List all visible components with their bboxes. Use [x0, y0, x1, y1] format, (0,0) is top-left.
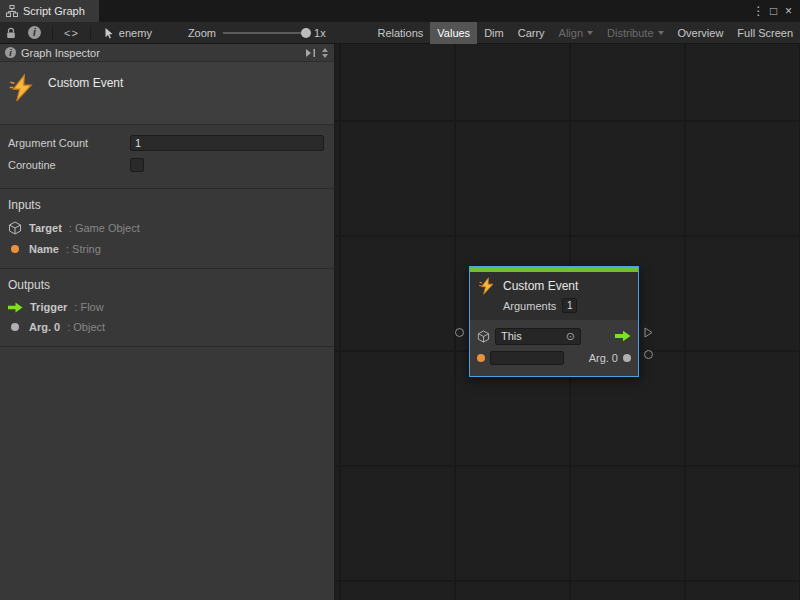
port-type: : Object	[67, 321, 105, 333]
dim-button[interactable]: Dim	[477, 22, 511, 44]
chevron-up-icon	[322, 48, 328, 52]
info-icon: i	[28, 26, 41, 39]
event-settings: Argument Count Coroutine	[0, 125, 334, 179]
port-name: Name	[29, 243, 59, 255]
toolbar-buttons: Relations Values Dim Carry Align Distrib…	[370, 22, 800, 44]
argument-count-row: Argument Count	[0, 133, 334, 153]
panel-scroll-spinner[interactable]	[322, 48, 329, 58]
code-view-button[interactable]: <>	[58, 22, 85, 44]
toolbar-separator	[52, 26, 53, 40]
graph-inspector-header: i Graph Inspector	[0, 44, 334, 61]
graph-canvas[interactable]: Custom Event Arguments 1 This ⊙	[335, 44, 800, 600]
outputs-title: Outputs	[0, 269, 334, 297]
custom-event-icon	[8, 74, 36, 102]
overview-button[interactable]: Overview	[671, 22, 731, 44]
argument-count-label: Argument Count	[8, 137, 130, 149]
target-input-port[interactable]	[455, 328, 464, 337]
graph-inspector-panel: i Graph Inspector Custom Event Argument …	[0, 44, 335, 600]
port-type: : Flow	[74, 301, 103, 313]
arg0-output-port[interactable]	[644, 350, 653, 359]
tab-label: Script Graph	[23, 5, 85, 17]
port-row-name: Name : String	[0, 239, 334, 259]
align-dropdown[interactable]: Align	[552, 22, 600, 44]
toolbar-separator	[90, 26, 91, 40]
close-icon[interactable]: ×	[781, 0, 796, 22]
custom-event-node[interactable]: Custom Event Arguments 1 This ⊙	[469, 266, 639, 377]
port-name: Arg. 0	[29, 321, 60, 333]
flow-arrow-icon	[8, 302, 23, 313]
node-title-row: Custom Event	[478, 277, 630, 295]
string-port-icon	[477, 354, 485, 362]
zoom-slider-knob[interactable]	[301, 28, 311, 38]
custom-event-icon	[478, 277, 496, 295]
event-name-input[interactable]	[490, 351, 564, 365]
full-screen-button[interactable]: Full Screen	[730, 22, 800, 44]
graph-inspector-title: Graph Inspector	[21, 47, 100, 59]
coroutine-row: Coroutine	[0, 155, 334, 175]
object-port-icon	[623, 354, 631, 362]
triangle-port-icon	[644, 327, 653, 338]
target-value: This	[501, 330, 522, 342]
object-picker-icon[interactable]: ⊙	[566, 331, 575, 342]
inspector-toggle-button[interactable]: i	[22, 22, 47, 44]
event-title: Custom Event	[48, 74, 123, 90]
inputs-section: Inputs Target : Game Object Name : Strin…	[0, 189, 334, 259]
arg0-label: Arg. 0	[589, 352, 618, 364]
window-menu-icon[interactable]: ⋮	[751, 0, 766, 22]
chevron-down-icon	[587, 31, 593, 35]
graph-breadcrumb[interactable]: enemy	[96, 27, 160, 39]
lock-icon	[6, 27, 16, 39]
script-graph-icon	[6, 5, 18, 17]
cursor-icon	[104, 27, 114, 39]
unity-script-graph-window: { "icons": { "info": "i", "menu": "⋮", "…	[0, 0, 800, 600]
port-row-trigger: Trigger : Flow	[0, 297, 334, 317]
divider	[0, 346, 334, 347]
chevron-down-icon	[658, 31, 664, 35]
target-port-row: This ⊙	[477, 325, 631, 347]
zoom-slider[interactable]	[223, 32, 307, 34]
event-header-block: Custom Event	[0, 61, 334, 125]
node-title: Custom Event	[503, 279, 578, 293]
port-row-arg0: Arg. 0 : Object	[0, 317, 334, 337]
node-arguments-row: Arguments 1	[503, 298, 630, 313]
align-label: Align	[559, 27, 583, 39]
port-name: Trigger	[30, 301, 67, 313]
string-port-icon	[11, 245, 19, 253]
arguments-count-field[interactable]: 1	[562, 298, 577, 313]
relations-button[interactable]: Relations	[370, 22, 430, 44]
tab-script-graph[interactable]: Script Graph	[0, 0, 99, 22]
distribute-label: Distribute	[607, 27, 653, 39]
arguments-label: Arguments	[503, 300, 556, 312]
port-row-target: Target : Game Object	[0, 217, 334, 239]
trigger-output-slot	[615, 330, 631, 342]
zoom-value: 1x	[314, 27, 326, 39]
argument-count-input[interactable]	[130, 135, 324, 151]
cube-icon	[8, 221, 22, 235]
node-body: This ⊙ Arg. 0	[470, 320, 638, 376]
flow-arrow-icon	[615, 330, 631, 342]
carry-button[interactable]: Carry	[511, 22, 552, 44]
distribute-dropdown[interactable]: Distribute	[600, 22, 670, 44]
outputs-section: Outputs Trigger : Flow Arg. 0 : Object	[0, 269, 334, 337]
lock-button[interactable]	[0, 22, 22, 44]
maximize-icon[interactable]: □	[766, 0, 781, 22]
zoom-control: Zoom 1x	[188, 27, 326, 39]
chevron-down-icon	[322, 54, 328, 58]
window-titlebar: Script Graph ⋮ □ ×	[0, 0, 800, 22]
window-controls: ⋮ □ ×	[751, 0, 800, 22]
values-button[interactable]: Values	[430, 22, 477, 44]
port-name: Target	[29, 222, 62, 234]
cube-icon	[477, 330, 490, 343]
inspector-header-controls	[304, 48, 329, 58]
info-icon: i	[5, 47, 16, 58]
target-dropdown[interactable]: This ⊙	[495, 328, 581, 345]
coroutine-checkbox[interactable]	[130, 158, 144, 172]
trigger-flow-port[interactable]	[644, 327, 653, 340]
port-type: : Game Object	[69, 222, 140, 234]
graph-toolbar: i <> enemy Zoom 1x Relations Values Dim …	[0, 22, 800, 44]
object-port-icon	[11, 323, 19, 331]
name-port-row: Arg. 0	[477, 347, 631, 369]
graph-name-label: enemy	[119, 27, 152, 39]
node-header[interactable]: Custom Event Arguments 1	[470, 272, 638, 320]
dock-icon[interactable]	[304, 48, 316, 58]
